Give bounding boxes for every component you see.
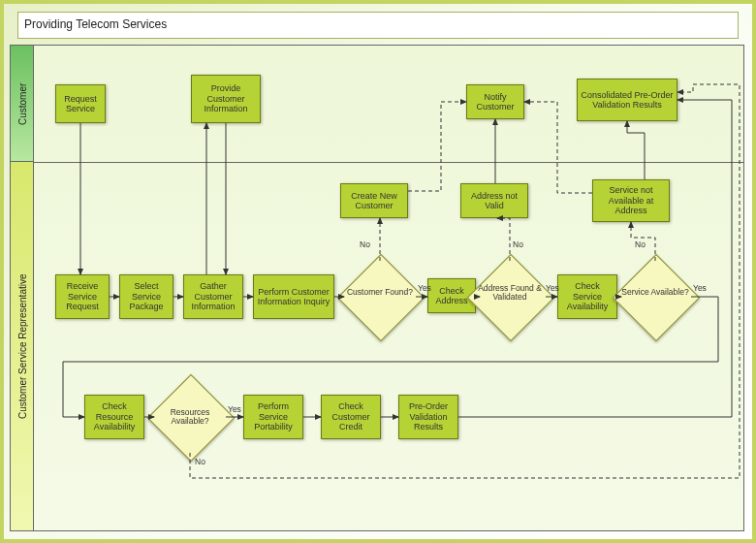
edge-label-yes: Yes bbox=[693, 283, 707, 293]
decision-address-validated bbox=[467, 254, 555, 342]
edge-label-no: No bbox=[360, 240, 370, 249]
diagram-title: Providing Telecom Services bbox=[17, 12, 739, 39]
node-receive-service-request: Receive Service Request bbox=[55, 274, 110, 319]
edge-label-no: No bbox=[635, 240, 646, 249]
node-perform-service-portability: Perform Service Portability bbox=[243, 395, 303, 439]
edge-label-yes: Yes bbox=[546, 283, 559, 293]
node-perform-cust-info-inquiry: Perform Customer Information Inquiry bbox=[253, 274, 334, 319]
node-request-service: Request Service bbox=[55, 84, 106, 123]
swimlane-area: Request Service Provide Customer Informa… bbox=[33, 45, 744, 531]
diagram-frame: Providing Telecom Services Customer Cust… bbox=[0, 0, 756, 543]
node-provide-customer-info: Provide Customer Information bbox=[191, 75, 261, 123]
node-address-not-valid: Address not Valid bbox=[460, 183, 528, 218]
node-gather-customer-info: Gather Customer Information bbox=[183, 274, 243, 319]
decision-resources-available bbox=[147, 374, 236, 463]
node-check-customer-credit: Check Customer Credit bbox=[321, 395, 381, 439]
edge-label-yes: Yes bbox=[418, 283, 431, 293]
node-select-service-package: Select Service Package bbox=[119, 274, 173, 319]
decision-service-available bbox=[613, 254, 701, 342]
node-consolidated-results: Consolidated Pre-Order Validation Result… bbox=[577, 79, 677, 121]
edge-label-no: No bbox=[513, 240, 523, 249]
lane-divider bbox=[34, 162, 743, 163]
node-preorder-validation-results: Pre-Order Validation Results bbox=[398, 395, 458, 439]
node-check-resource-availability: Check Resource Availability bbox=[84, 395, 144, 439]
decision-customer-found bbox=[337, 254, 425, 342]
lane-label-csr: Customer Service Representative bbox=[10, 161, 35, 531]
node-create-new-customer: Create New Customer bbox=[340, 183, 408, 218]
edge-label-yes: Yes bbox=[228, 404, 241, 414]
lane-label-customer: Customer bbox=[10, 45, 35, 163]
edge-label-no: No bbox=[195, 457, 205, 466]
node-check-service-availability: Check Service Availability bbox=[557, 274, 617, 319]
node-service-not-available: Service not Available at Address bbox=[592, 179, 670, 222]
node-notify-customer: Notify Customer bbox=[466, 84, 524, 119]
